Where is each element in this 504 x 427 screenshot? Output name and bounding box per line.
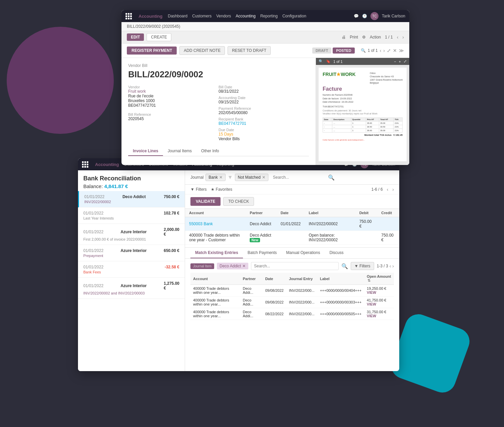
bill-fields-left: Vendor Fruit work Rue de l'ecole Bruxell… — [128, 85, 219, 141]
payment-ref-field: Payment Reference 202/0545/00080 — [219, 106, 309, 115]
recon-filters-bar: ▼ Filters ★ Favorites 1-6 / 6 ‹ › — [185, 185, 399, 194]
not-matched-chip[interactable]: Not Matched ✕ — [235, 174, 268, 181]
tab-manual-operations[interactable]: Manual Operations — [281, 248, 325, 258]
tab-batch-payments[interactable]: Batch Payments — [243, 248, 281, 258]
next-button[interactable]: › — [402, 34, 404, 40]
match-debit-2 — [355, 231, 377, 245]
pdf-toolbar-icons: 🔍 🔖 — [319, 59, 331, 64]
search-icon[interactable]: 🔍 — [361, 48, 366, 53]
bill-toolbar: EDIT CREATE 🖨 Print ⚙ Action 1 / 1 ‹ › — [121, 31, 409, 44]
vendor-field: Vendor Fruit work Rue de l'ecole Bruxell… — [128, 85, 219, 108]
recon-content: Bank Reconciliation Balance: 4,841.87 € … — [78, 170, 399, 371]
tx-date-3: 01/01/2022 — [83, 230, 103, 234]
bill-date-label: Bill Date — [219, 85, 309, 89]
edit-button[interactable]: EDIT — [127, 33, 144, 41]
search-input[interactable] — [270, 174, 326, 181]
nav-dashboard[interactable]: Dashboard — [168, 14, 188, 18]
nav-vendors[interactable]: Vendors — [216, 14, 231, 18]
match-account-2: 400000 Trade debtors within one year - C… — [185, 231, 246, 245]
user-avatar[interactable]: TC — [370, 12, 379, 20]
favorites-button[interactable]: ★ Favorites — [211, 187, 232, 192]
match-label-2: Open balance: INV/2022/00002 — [305, 231, 355, 245]
jrow-date-1: 09/08/2022 — [262, 285, 286, 296]
accounting-date-field: Accounting Date 09/15/2022 — [219, 96, 309, 104]
pdf-search-icon[interactable]: 🔍 — [319, 59, 323, 64]
tx-date-6: 01/01/2022 — [83, 283, 103, 288]
tx-top-1: 01/01/2022 Deco Addict 750.00 € — [84, 194, 179, 199]
chat-icon[interactable]: 💬 — [354, 14, 359, 18]
view-link-2[interactable]: VIEW — [367, 302, 376, 306]
transaction-item-5[interactable]: 01/01/2022 -32.58 € Bank Fees — [78, 261, 185, 278]
due-sub: Vendor Bills — [219, 137, 309, 141]
top-pagination: 1-6 / 6 — [371, 187, 383, 192]
view-link-1[interactable]: VIEW — [367, 290, 376, 294]
vendor-name[interactable]: Fruit work — [128, 89, 219, 94]
pdf-prev[interactable]: ‹ — [380, 48, 382, 53]
filters-button[interactable]: ▼ Filters — [190, 187, 207, 192]
transaction-item-4[interactable]: 01/01/2022 Azure Interior 650.00 € Prepa… — [78, 245, 185, 261]
tx-date-4: 01/01/2022 — [83, 248, 103, 253]
recon-apps-icon[interactable] — [82, 161, 88, 168]
tx-amount-5: -32.58 € — [165, 265, 179, 269]
validate-button[interactable]: VALIDATE — [190, 197, 221, 206]
reset-to-draft-button[interactable]: RESET TO DRAFT — [228, 46, 271, 55]
apps-icon[interactable] — [125, 13, 132, 19]
journal-search-input[interactable] — [251, 262, 339, 270]
recon-prev-button[interactable]: ‹ — [387, 187, 389, 192]
journal-chip-close[interactable]: ✕ — [219, 175, 223, 180]
nav-configuration[interactable]: Configuration — [282, 14, 306, 18]
nav-reporting[interactable]: Reporting — [260, 14, 278, 18]
tab-match-existing[interactable]: Match Existing Entries — [190, 248, 243, 258]
journal-prev[interactable]: ‹ — [390, 263, 391, 269]
pdf-close[interactable]: ✕ — [393, 48, 397, 53]
clock-icon[interactable]: 🕐 — [362, 14, 367, 18]
prev-button[interactable]: ‹ — [397, 34, 399, 40]
journal-next[interactable]: › — [392, 263, 394, 269]
transaction-item-3[interactable]: 01/01/2022 Azure Interior 2,000.00€ Firs… — [78, 224, 185, 245]
status-posted: POSTED — [333, 48, 354, 54]
register-payment-button[interactable]: REGISTER PAYMENT — [127, 47, 177, 55]
pdf-plus-icon[interactable]: + — [399, 60, 401, 64]
journal-row-3: 400000 Trade debtors within one year... … — [190, 308, 394, 320]
pdf-minus-icon[interactable]: − — [394, 60, 396, 64]
nav-customers[interactable]: Customers — [192, 14, 212, 18]
pdf-bookmark-icon[interactable]: 🔖 — [326, 59, 331, 64]
filter-chips: Journal Bank ✕ ▼ Not Matched ✕ 🔍 — [190, 174, 335, 181]
action-link[interactable]: Action — [370, 35, 381, 39]
nav-accounting[interactable]: Accounting — [236, 14, 255, 18]
recipient-bank-value[interactable]: BE0477472701 — [219, 121, 309, 126]
pdf-expand[interactable]: ⤢ — [387, 48, 391, 53]
transaction-item-2[interactable]: 01/01/2022 102.78 € Last Year Interests — [78, 207, 185, 224]
journal-filters-button[interactable]: ▼ Filters — [351, 262, 374, 270]
create-button[interactable]: CREATE — [147, 33, 171, 41]
balance-label: Balance: — [83, 183, 103, 189]
recipient-bank-field: Recipient Bank BE0477472701 — [219, 117, 309, 126]
transaction-item-1[interactable]: 01/01/2022 Deco Addict 750.00 € INV/2022… — [78, 191, 185, 207]
filter-icon: ▼ — [190, 187, 194, 192]
tx-desc-3: First 2,000.00 € of invoice 2022/00001 — [83, 237, 179, 241]
recon-nav-brand: Accounting — [95, 162, 119, 167]
jcol-partner: Partner — [240, 273, 263, 285]
pdf-next[interactable]: › — [383, 48, 385, 53]
recon-next-button[interactable]: › — [392, 187, 394, 192]
deco-addict-chip[interactable]: Deco Addict ✕ — [217, 263, 248, 269]
bill-type: Vendor Bill — [128, 63, 309, 68]
pdf-expand-icon[interactable]: ⤢ — [404, 59, 407, 64]
transaction-item-6[interactable]: 01/01/2022 Azure Interior 1,275.00€ INV/… — [78, 278, 185, 299]
journal-search-icon: 🔍 — [341, 263, 348, 269]
to-check-button[interactable]: TO CHECK — [223, 197, 254, 206]
tab-invoice-lines[interactable]: Invoice Lines — [128, 147, 163, 156]
bill-ref-label: Bill Reference — [128, 112, 219, 116]
deco-addict-close[interactable]: ✕ — [242, 264, 246, 268]
journal-section: Journal Item Deco Addict ✕ 🔍 ▼ Filters 1… — [185, 259, 399, 371]
add-credit-note-button[interactable]: ADD CREDIT NOTE — [179, 46, 225, 55]
pdf-menu[interactable]: ≫ — [399, 48, 404, 53]
not-matched-close[interactable]: ✕ — [262, 175, 265, 180]
view-link-3[interactable]: VIEW — [367, 314, 376, 318]
journal-chip[interactable]: Bank ✕ — [205, 174, 225, 181]
tx-desc-2: Last Year Interests — [83, 216, 179, 220]
tab-discuss[interactable]: Discuss — [325, 248, 348, 258]
tab-other-info[interactable]: Other Info — [196, 147, 224, 156]
tab-journal-items[interactable]: Journal Items — [163, 147, 196, 156]
print-link[interactable]: Print — [350, 35, 358, 39]
